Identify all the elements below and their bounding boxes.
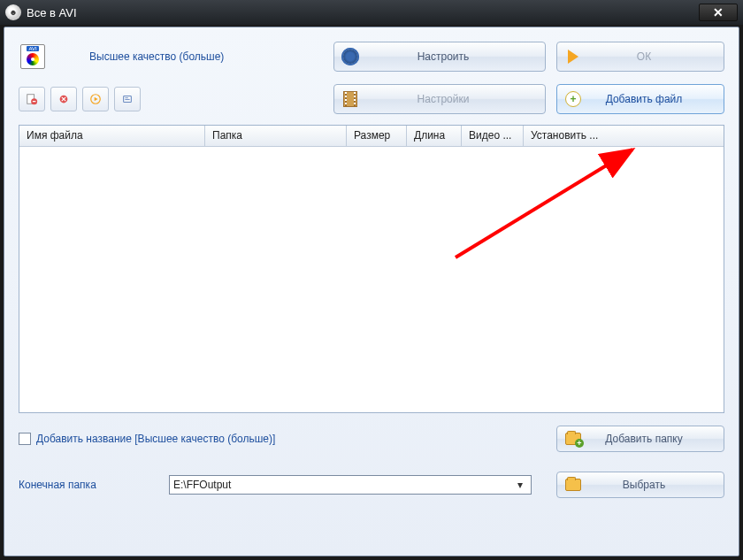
clear-list-button[interactable] xyxy=(50,87,77,111)
settings-label: Настройки xyxy=(366,93,545,105)
col-folder[interactable]: Папка xyxy=(205,126,347,146)
top-section: AVI Высшее качество (больше) Настроить О… xyxy=(4,27,739,75)
film-icon xyxy=(334,91,366,107)
window-title: Все в AVI xyxy=(27,6,699,19)
col-set[interactable]: Установить ... xyxy=(524,126,724,146)
info-button[interactable] xyxy=(114,87,141,111)
table-body-empty xyxy=(19,147,724,412)
folder-add-icon: + xyxy=(557,433,589,445)
svg-rect-6 xyxy=(125,97,128,98)
add-name-label[interactable]: Добавить название [Высшее качество (боль… xyxy=(36,433,556,445)
play-preview-button[interactable] xyxy=(82,87,109,111)
choose-folder-button[interactable]: Выбрать xyxy=(556,472,724,498)
toolbar-row: Настройки + Добавить файл xyxy=(4,75,739,119)
configure-button[interactable]: Настроить xyxy=(333,42,546,72)
file-table: Имя файла Папка Размер Длина Видео ... У… xyxy=(19,125,724,413)
chevron-down-icon: ▾ xyxy=(513,479,527,491)
titlebar: ☻ Все в AVI ✕ xyxy=(0,0,743,25)
ok-label: ОК xyxy=(589,50,724,63)
output-folder-label: Конечная папка xyxy=(19,479,169,491)
bottom-section: Добавить название [Высшее качество (боль… xyxy=(4,413,739,498)
quality-profile-link[interactable]: Высшее качество (больше) xyxy=(89,50,224,63)
add-folder-button[interactable]: + Добавить папку xyxy=(556,426,724,452)
col-filename[interactable]: Имя файла xyxy=(19,126,205,146)
app-icon: ☻ xyxy=(5,4,21,20)
add-file-button[interactable]: + Добавить файл xyxy=(556,84,724,114)
window-body: AVI Высшее качество (больше) Настроить О… xyxy=(4,27,739,556)
ok-button[interactable]: ОК xyxy=(556,42,724,72)
svg-rect-7 xyxy=(125,99,129,100)
table-header: Имя файла Папка Размер Длина Видео ... У… xyxy=(19,126,724,147)
arrow-right-icon xyxy=(557,50,589,64)
settings-button[interactable]: Настройки xyxy=(333,84,546,114)
output-folder-value: E:\FFOutput xyxy=(173,479,513,491)
col-size[interactable]: Размер xyxy=(347,126,407,146)
choose-label: Выбрать xyxy=(589,479,724,491)
small-toolbar xyxy=(19,87,141,111)
gear-icon xyxy=(334,50,366,64)
avi-format-icon: AVI xyxy=(19,42,47,71)
svg-rect-2 xyxy=(33,101,36,102)
configure-label: Настроить xyxy=(366,50,545,63)
add-file-label: Добавить файл xyxy=(589,93,724,105)
remove-file-button[interactable] xyxy=(19,87,45,111)
col-video[interactable]: Видео ... xyxy=(462,126,524,146)
close-button[interactable]: ✕ xyxy=(699,4,738,21)
output-folder-select[interactable]: E:\FFOutput ▾ xyxy=(169,475,532,495)
add-file-icon: + xyxy=(557,91,589,107)
col-length[interactable]: Длина xyxy=(407,126,462,146)
add-folder-label: Добавить папку xyxy=(589,433,724,445)
folder-open-icon xyxy=(557,479,589,491)
add-name-checkbox[interactable] xyxy=(19,433,31,445)
